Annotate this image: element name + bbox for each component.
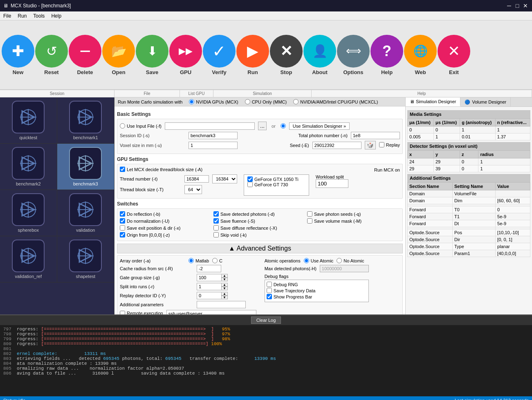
fluence-checkbox[interactable] [213,218,219,224]
switch-diffuse[interactable]: Save diffuse reflectance (-X) [213,225,306,231]
save-trajectory-checkbox[interactable] [267,288,272,293]
clear-log-button[interactable]: Clear Log [251,316,281,324]
matlab-radio[interactable] [189,258,194,263]
sidebar-item-shapetest[interactable]: shapetest [57,236,114,282]
sidebar-item-spherebox[interactable]: spherebox [0,190,57,236]
gate-group-up[interactable]: ▲ [221,274,228,278]
verify-button[interactable]: ✓ Verify [203,23,236,87]
no-atomic-radio[interactable] [337,258,342,263]
run-button[interactable]: ▶ Run [236,23,269,87]
menu-run[interactable]: Run [14,12,30,20]
c-radio[interactable] [212,258,218,263]
gpu-item-1[interactable]: GeForce GTX 1050 Ti [247,176,305,182]
switch-exit-pos[interactable]: Save exit position & dir (-x) [120,225,213,231]
split-runs-down[interactable]: ▼ [221,287,228,290]
cache-radius-field[interactable] [197,265,221,272]
seed-field[interactable] [312,142,361,149]
mode-nvidia-radio[interactable] [189,99,194,104]
use-atomic-group[interactable]: Use Atomic [304,258,334,263]
minimize-button[interactable]: ─ [506,2,512,9]
thread-number-field[interactable] [184,175,209,183]
switch-save-seeds[interactable]: Save photon seeds (-q) [307,211,400,217]
max-detected-field[interactable] [320,265,369,272]
menu-file[interactable]: File [0,12,14,20]
workload-field[interactable] [316,179,348,188]
switch-reflection[interactable]: Do reflection (-b) [120,211,213,217]
switch-skip-void[interactable]: Skip void (-k) [213,232,306,237]
save-button[interactable]: ⬇ Save [136,23,168,87]
use-atomic-radio[interactable] [304,258,309,263]
mode-nvidia[interactable]: NVIDIA GPUs (MCX) [189,99,238,104]
thread-block-select[interactable]: 64 [184,185,202,194]
thread-number-select[interactable]: 16384 [212,174,237,183]
sidebar-item-benchmark1[interactable]: benchmark1 [57,97,114,144]
volume-mask-checkbox[interactable] [307,218,312,224]
save-trajectory-group[interactable]: Save Trajectory Data [267,288,367,293]
matlab-radio-group[interactable]: Matlab [189,258,209,263]
normalization-checkbox[interactable] [120,218,125,224]
split-runs-up[interactable]: ▲ [221,283,228,287]
origin-checkbox[interactable] [120,232,125,237]
switch-volume-mask[interactable]: Save volume mask (-M) [307,218,400,224]
replay-detector-down[interactable]: ▼ [221,296,228,299]
mode-cpu-radio[interactable] [245,99,250,104]
seed-browse-button[interactable]: 🎲 [365,141,376,149]
c-radio-group[interactable]: C [212,258,222,263]
input-file-field[interactable] [165,122,255,130]
exit-pos-checkbox[interactable] [120,225,125,231]
switch-normalization[interactable]: Do normalization (-U) [120,218,213,224]
tab-simulation-designer[interactable]: 🖥 Simulation Designer [406,97,460,106]
use-designer-radio[interactable] [281,123,286,129]
open-button[interactable]: 📂 Open [102,23,135,87]
advanced-settings-toggle[interactable]: ▲ Advanced Settings [117,244,403,253]
remote-execution-field[interactable] [166,310,256,314]
new-button[interactable]: ✚ New [2,23,34,87]
save-detected-checkbox[interactable] [213,211,219,217]
browse-button[interactable]: ... [258,122,267,130]
stop-button[interactable]: ✕ Stop [270,23,303,87]
help-button[interactable]: ? Help [370,23,403,87]
diffuse-checkbox[interactable] [213,225,219,231]
sidebar-item-benchmark3[interactable]: benchmark3 [57,144,114,190]
about-button[interactable]: 👤 About [303,23,336,87]
switch-fluence[interactable]: Save fluence (-S) [213,218,306,224]
reflection-checkbox[interactable] [120,211,125,217]
tab-volume-designer[interactable]: 🔵 Volume Designer [460,97,511,106]
mode-cpu[interactable]: CPU Only (MMC) [245,99,287,104]
gate-group-down[interactable]: ▼ [221,278,228,281]
gpu2-checkbox[interactable] [247,182,253,187]
gate-group-field[interactable] [197,274,221,281]
save-seeds-checkbox[interactable] [307,211,312,217]
remote-execution-checkbox[interactable] [120,311,125,315]
menu-help[interactable]: Help [48,12,65,20]
close-button[interactable]: ✕ [522,2,529,9]
additional-params-field[interactable] [197,301,246,308]
use-input-file-radio[interactable] [120,123,125,129]
no-atomic-group[interactable]: No Atomic [337,258,364,263]
use-input-file-group[interactable]: Use Input File (-f) [120,123,162,129]
skip-void-checkbox[interactable] [213,232,219,237]
sidebar-item-validation[interactable]: validation [57,190,114,236]
replay-detector-field[interactable] [197,292,221,299]
maximize-button[interactable]: □ [514,2,521,9]
gpu1-checkbox[interactable] [247,176,253,182]
debug-rng-group[interactable]: Debug RNG [267,282,367,287]
exit-button[interactable]: ✕ Exit [438,23,470,87]
mode-amd-radio[interactable] [293,99,299,104]
gpu-button[interactable]: ▶▶ GPU [169,23,202,87]
show-progress-checkbox[interactable] [267,294,272,299]
session-id-field[interactable] [189,132,238,139]
let-mcx-checkbox[interactable] [120,167,125,172]
replay-detector-up[interactable]: ▲ [221,292,228,296]
switch-origin[interactable]: Orign from [0,0,0] (-z) [120,232,213,237]
show-progress-group[interactable]: Show Progress Bar [267,294,367,299]
debug-rng-checkbox[interactable] [267,282,272,287]
voxel-size-field[interactable] [189,142,238,149]
gpu-item-2[interactable]: GeForce GT 730 [247,182,305,187]
sidebar-item-benchmark2[interactable]: benchmark2 [0,144,57,190]
replay-group[interactable]: Replay [379,142,400,147]
options-button[interactable]: ⟺ Options [337,23,370,87]
switch-save-detected[interactable]: Save detected photons (-d) [213,211,306,217]
reset-button[interactable]: ↺ Reset [35,23,68,87]
sidebar-item-validation-ref[interactable]: validation_ref [0,236,57,282]
